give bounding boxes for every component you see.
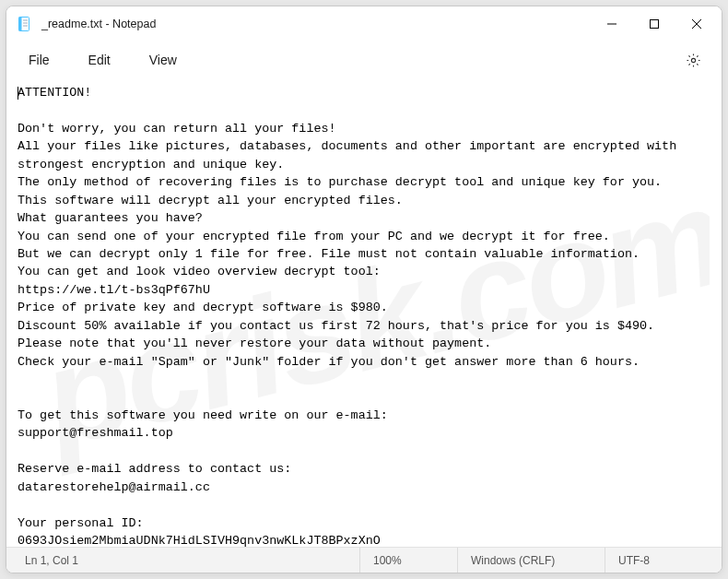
status-lineending: Windows (CRLF): [458, 548, 605, 573]
text-content[interactable]: ATTENTION! Don't worry, you can return a…: [18, 84, 710, 547]
maximize-button[interactable]: [633, 9, 675, 39]
status-zoom: 100%: [360, 548, 458, 573]
window-title: _readme.txt - Notepad: [41, 18, 156, 30]
menu-view[interactable]: View: [140, 47, 186, 73]
status-encoding: UTF-8: [605, 548, 716, 573]
titlebar: _readme.txt - Notepad: [6, 6, 722, 41]
close-button[interactable]: [675, 9, 718, 39]
notepad-window: _readme.txt - Notepad File Edit View pcr…: [6, 6, 722, 573]
minimize-button[interactable]: [591, 9, 633, 39]
editor-area[interactable]: pcrisk.com ATTENTION! Don't worry, you c…: [6, 78, 722, 547]
document-text: ATTENTION! Don't worry, you can return a…: [18, 86, 684, 547]
menu-edit[interactable]: Edit: [79, 47, 120, 73]
svg-rect-1: [19, 18, 22, 31]
svg-point-9: [691, 58, 695, 62]
status-position: Ln 1, Col 1: [12, 548, 360, 573]
menubar: File Edit View: [6, 41, 722, 78]
statusbar: Ln 1, Col 1 100% Windows (CRLF) UTF-8: [6, 547, 722, 573]
menu-file[interactable]: File: [19, 47, 59, 73]
notepad-icon: [18, 17, 32, 31]
svg-rect-6: [651, 20, 659, 29]
settings-button[interactable]: [677, 44, 709, 76]
